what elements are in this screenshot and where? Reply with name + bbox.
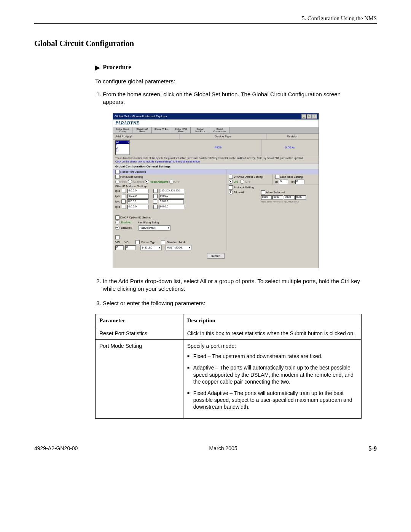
- fixed-adaptive-radio[interactable]: [145, 180, 149, 184]
- submit-button[interactable]: submit: [207, 253, 225, 259]
- maska-chk[interactable]: [153, 189, 158, 193]
- proto3-input[interactable]: 0000: [284, 195, 295, 200]
- maskb-input[interactable]: 0.0.0.0: [159, 194, 184, 199]
- procedure-heading: ▶ Procedure: [95, 64, 362, 71]
- port-mode-checkbox[interactable]: [115, 175, 119, 179]
- dr-up-label: up: [275, 180, 278, 183]
- vpi-label: VPI: [115, 241, 120, 244]
- std-mode-select[interactable]: MULTIMODE: [166, 245, 191, 250]
- maximize-icon[interactable]: □: [307, 114, 312, 119]
- port-mode-label: Port Mode Setting: [120, 175, 143, 178]
- port-all-option: All: [116, 141, 119, 143]
- dhcp-enabled-radio[interactable]: [115, 220, 119, 225]
- minimize-icon[interactable]: _: [301, 114, 306, 119]
- std-mode-label: Standard Mode: [167, 241, 186, 244]
- allow-all-label: Allow All: [234, 191, 244, 194]
- ident-string-select[interactable]: PackAccMIBII: [139, 225, 170, 231]
- allow-all-radio[interactable]: [229, 190, 233, 194]
- on-radio[interactable]: [229, 180, 233, 184]
- ipb-input[interactable]: 0.0.0.0: [127, 194, 149, 199]
- footer-docid: 4929-A2-GN20-00: [34, 445, 78, 452]
- dhcp82-checkbox[interactable]: [115, 215, 119, 220]
- ipa-label: ip-a: [115, 189, 120, 193]
- ipa-chk[interactable]: [122, 189, 126, 193]
- dr-up-input[interactable]: 0: [279, 180, 288, 184]
- vci-label: VCI: [124, 241, 129, 244]
- add-ports-select[interactable]: All▾ 123: [115, 140, 130, 155]
- device-type-value: 4929: [175, 140, 262, 156]
- dhcp82-label: DHCP Option 82 Setting: [120, 216, 151, 219]
- proto1-input[interactable]: 0000: [261, 195, 272, 200]
- add-ports-header: Add Port(s)*: [113, 134, 180, 139]
- allow-sel-chk[interactable]: [261, 190, 265, 194]
- window-buttons: _ □ ×: [301, 114, 317, 119]
- revision-header: Revision: [267, 134, 319, 139]
- ipb-chk[interactable]: [122, 194, 126, 198]
- embedded-screenshot: Global Set - Microsoft Internet Explorer…: [113, 113, 319, 268]
- tab-global-circuit[interactable]: Global Circuit Config: [113, 127, 132, 133]
- vpivci-detect-chk[interactable]: [229, 175, 233, 179]
- note-checkbox: Click on the check box to include a para…: [113, 160, 319, 164]
- section-title: Global Circuit Configuration: [34, 39, 377, 48]
- maskc-input[interactable]: 0.0.0.0: [159, 199, 184, 204]
- proto2-input[interactable]: 0000: [272, 195, 283, 200]
- close-icon[interactable]: ×: [312, 114, 317, 119]
- tab-ft-ext[interactable]: Global FT Ext: [152, 127, 171, 133]
- maskd-chk[interactable]: [153, 205, 158, 209]
- protocol-label: Protocol Setting: [234, 186, 254, 189]
- data-rate-chk[interactable]: [275, 175, 279, 179]
- device-type-header: Device Type: [180, 134, 267, 139]
- reset-port-checkbox[interactable]: [115, 170, 119, 174]
- tab-multipvcs[interactable]: Global MultiPvcs: [191, 127, 210, 133]
- step-1: From the home screen, click on the Globa…: [103, 91, 362, 106]
- footer-date: March 2005: [209, 445, 237, 452]
- frame-type-chk[interactable]: [135, 240, 140, 244]
- tab-mac-rsvn[interactable]: Global MAC Rsvn: [171, 127, 191, 133]
- procedure-steps: From the home screen, click on the Globa…: [95, 91, 362, 307]
- reset-port-label: Reset Port Statistics: [120, 170, 146, 174]
- window-titlebar: Global Set - Microsoft Internet Explorer…: [113, 113, 319, 119]
- maska-input[interactable]: 255.255.255.255: [159, 189, 184, 193]
- param-reset: Reset Port Statistics: [96, 327, 183, 340]
- allow-sel-label: Allow Selected: [266, 191, 285, 194]
- page-header-chapter: 5. Configuration Using the NMS: [34, 15, 377, 22]
- dr-dn-label: dn: [292, 180, 295, 183]
- step-3: Select or enter the following parameters…: [103, 299, 362, 307]
- ipc-chk[interactable]: [121, 199, 126, 204]
- maskc-chk[interactable]: [153, 199, 157, 204]
- bullet-adaptive: Adaptive – The ports will automatically …: [193, 364, 357, 385]
- bullet-fixed: Fixed – The upstream and downstream rate…: [193, 353, 323, 360]
- off-radio2[interactable]: [240, 180, 244, 184]
- vci-input[interactable]: 0: [125, 245, 136, 250]
- adaptive-radio[interactable]: [128, 180, 132, 184]
- general-settings-header: Global Configuration General Settings: [113, 164, 319, 169]
- maskd-input[interactable]: 0.0.0.0: [159, 205, 184, 209]
- on-label: ON: [234, 180, 238, 183]
- value-row: All▾ 123 4929 0.00.ks: [113, 140, 319, 156]
- dhcp-disabled-radio[interactable]: [115, 226, 119, 230]
- ipd-chk[interactable]: [122, 205, 126, 209]
- std-mode-chk[interactable]: [161, 240, 165, 244]
- tab-connectivity[interactable]: Global Connectivity: [210, 127, 229, 133]
- procedure-intro: To configure global parameters:: [95, 78, 362, 84]
- dropdown-arrow-icon: ▾: [127, 141, 129, 144]
- tab-half-rsvn[interactable]: Global Half Rsvn: [132, 127, 152, 133]
- dr-dn-input[interactable]: 0: [295, 180, 304, 184]
- page-footer: 4929-A2-GN20-00 March 2005 5-9: [34, 445, 377, 452]
- play-arrow-icon: ▶: [95, 64, 100, 71]
- ipc-input[interactable]: 0.0.0.0: [127, 199, 148, 204]
- revision-value: 0.00.ks: [262, 140, 319, 156]
- vpi-input[interactable]: 0: [115, 245, 124, 250]
- data-rate-label: Data Rate Setting: [280, 175, 303, 178]
- proto4-input[interactable]: 0000: [295, 195, 306, 200]
- ipa-input[interactable]: 0.0.0.0: [127, 189, 149, 193]
- protocol-chk[interactable]: [229, 185, 233, 190]
- maskb-chk[interactable]: [153, 194, 158, 198]
- frame-type-select[interactable]: 1483LLC: [140, 245, 162, 250]
- dhcp-enabled-label: Enabled: [121, 221, 132, 224]
- off-radio[interactable]: [169, 180, 174, 184]
- filter-ip-label: Filter IP Address Settings: [113, 184, 226, 188]
- ipd-input[interactable]: 0.0.0.0: [127, 205, 149, 209]
- fixed-radio[interactable]: [115, 180, 119, 184]
- vpivci-row-chk[interactable]: [115, 235, 119, 239]
